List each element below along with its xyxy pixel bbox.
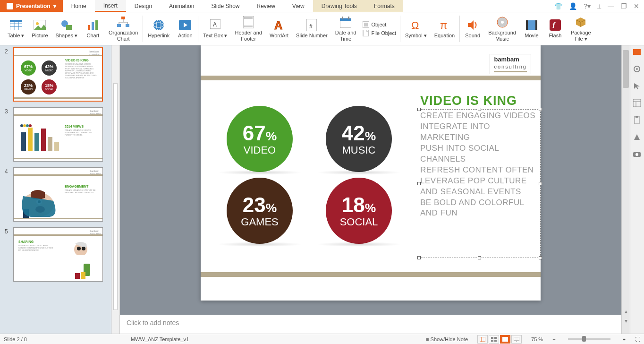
vertical-scrollbar[interactable]: ▴ ▾	[621, 45, 630, 334]
slide-thumb-5[interactable]: 5 bambamconsulting SHARING LOREM IPSUM D…	[5, 227, 110, 282]
svg-rect-39	[363, 30, 368, 36]
view-sorter-button[interactable]	[489, 335, 499, 344]
close-button[interactable]: ✕	[634, 2, 639, 10]
scrollbar-thumb[interactable]	[623, 50, 629, 88]
slide-text-box[interactable]: CREATE ENGAGING VIDEOS INTEGRATE INTO MA…	[419, 109, 541, 258]
slide-title[interactable]: VIDEO IS KING	[420, 94, 517, 108]
resize-handle[interactable]	[539, 182, 542, 185]
ribbon-symbol[interactable]: Ω Symbol ▾	[401, 13, 431, 44]
fit-button[interactable]: ⛶	[635, 336, 640, 342]
task-camera-icon[interactable]	[633, 150, 642, 159]
canvas-zone[interactable]: bambam consulting VIDEO IS KING	[120, 45, 621, 315]
ribbon-header-footer[interactable]: Header and Footer	[231, 13, 266, 44]
tab-animation[interactable]: Animation	[161, 0, 203, 12]
show-hide-note-button[interactable]: ≡ Show/Hide Note	[426, 336, 468, 342]
ribbon-slide-number[interactable]: # Slide Number	[292, 13, 331, 44]
ribbon-package-file[interactable]: Package File ▾	[567, 13, 595, 44]
stat-video[interactable]: 67% VIDEO	[227, 106, 293, 172]
shirt-icon[interactable]: 👕	[554, 2, 562, 10]
tab-insert[interactable]: Insert	[95, 0, 126, 12]
task-clipboard-icon[interactable]	[633, 116, 642, 125]
ribbon-action[interactable]: Action	[173, 13, 197, 44]
ribbon-background-music[interactable]: Background Music	[484, 13, 520, 44]
ribbon-table[interactable]: Table ▾	[4, 13, 28, 44]
ribbon-text-box[interactable]: A Text Box ▾	[199, 13, 231, 44]
svg-rect-83	[491, 340, 493, 342]
user-icon[interactable]: 👤	[569, 2, 577, 10]
svg-text:A: A	[213, 21, 217, 28]
stat-social[interactable]: 18% SOCIAL	[326, 178, 392, 244]
svg-point-7	[36, 22, 39, 25]
app-menu-button[interactable]: Presentation ▾	[0, 0, 63, 12]
task-new-icon[interactable]	[633, 48, 642, 57]
resize-handle[interactable]	[417, 256, 421, 259]
ribbon-org-chart[interactable]: Organization Chart	[105, 13, 142, 44]
slide-canvas[interactable]: bambam consulting VIDEO IS KING	[201, 45, 541, 301]
task-select-icon[interactable]	[633, 82, 642, 91]
zoom-slider-knob[interactable]	[582, 336, 586, 342]
ribbon-shapes[interactable]: Shapes ▾	[52, 13, 81, 44]
resize-handle[interactable]	[539, 108, 542, 111]
task-layout-icon[interactable]	[633, 99, 642, 108]
zoom-slider[interactable]	[568, 338, 610, 340]
tab-home[interactable]: Home	[63, 0, 95, 12]
slide-thumb-4[interactable]: 4 bambamconsulting ENGAGEMENT CREATE ENG…	[5, 167, 110, 222]
pin-icon[interactable]: ⟂	[597, 2, 601, 10]
minimize-button[interactable]: —	[608, 2, 614, 10]
slide-thumb-3[interactable]: 3 bambamconsulting 2014 VIEWS CREATE ENG…	[5, 107, 110, 162]
resize-handle[interactable]	[417, 108, 421, 111]
chart-icon	[86, 18, 100, 32]
view-slideshow-button[interactable]	[511, 335, 522, 344]
svg-rect-75	[636, 116, 638, 118]
ribbon-sound[interactable]: Sound	[461, 13, 484, 44]
slide-panel[interactable]: 2 bambamconsulting VIDEO IS KING CREATE …	[0, 45, 111, 334]
tab-view[interactable]: View	[284, 0, 313, 12]
resize-handle[interactable]	[478, 108, 481, 111]
header-footer-icon	[242, 16, 255, 29]
svg-rect-35	[342, 17, 343, 19]
ribbon-hyperlink[interactable]: Hyperlink	[144, 13, 173, 44]
svg-rect-36	[348, 17, 349, 19]
ribbon-date-time[interactable]: Date and Time	[331, 13, 360, 44]
resize-handle[interactable]	[539, 256, 542, 259]
resize-handle[interactable]	[417, 182, 421, 185]
slide-body-text[interactable]: CREATE ENGAGING VIDEOS INTEGRATE INTO MA…	[420, 111, 539, 219]
ribbon-picture[interactable]: Picture	[28, 13, 51, 44]
music-icon	[496, 16, 509, 29]
ribbon-flash[interactable]: f Flash	[543, 13, 567, 44]
ribbon-equation[interactable]: π Equation	[431, 13, 458, 44]
ribbon-chart[interactable]: Chart	[81, 13, 105, 44]
svg-rect-12	[95, 20, 98, 30]
help-icon[interactable]: ?▾	[584, 2, 591, 10]
stat-games[interactable]: 23% GAMES	[227, 178, 293, 244]
zoom-in-button[interactable]: +	[623, 336, 626, 342]
tab-formats[interactable]: Formats	[365, 0, 403, 12]
view-normal-button[interactable]	[477, 335, 488, 344]
svg-rect-10	[88, 25, 90, 30]
tab-design[interactable]: Design	[126, 0, 161, 12]
ribbon-file-object[interactable]: File Object	[363, 30, 396, 36]
svg-rect-86	[514, 337, 519, 341]
tab-drawing-tools[interactable]: Drawing Tools	[313, 0, 365, 12]
task-style-icon[interactable]	[633, 65, 642, 74]
stat-music[interactable]: 42% MUSIC	[326, 106, 392, 172]
resize-handle[interactable]	[478, 256, 481, 259]
svg-rect-34	[340, 18, 351, 21]
ribbon-wordart[interactable]: A WordArt	[266, 13, 292, 44]
tab-slide-show[interactable]: Slide Show	[203, 0, 248, 12]
restore-button[interactable]: ❐	[621, 2, 627, 10]
zoom-out-button[interactable]: −	[552, 336, 555, 342]
task-shape-icon[interactable]	[633, 133, 642, 142]
tab-review[interactable]: Review	[248, 0, 284, 12]
slide-thumb-2[interactable]: 2 bambamconsulting VIDEO IS KING CREATE …	[5, 47, 110, 102]
prev-slide-button[interactable]: ▴	[622, 308, 630, 315]
view-reading-button[interactable]	[500, 335, 510, 344]
svg-text:π: π	[440, 19, 447, 31]
next-slide-button[interactable]: ▾	[622, 318, 630, 324]
ribbon-object[interactable]: Object	[363, 21, 396, 28]
svg-rect-71	[633, 99, 641, 107]
zoom-value[interactable]: 75 %	[531, 336, 543, 342]
ribbon-movie[interactable]: Movie	[520, 13, 543, 44]
svg-rect-9	[66, 25, 72, 30]
notes-area[interactable]: Click to add notes	[120, 315, 621, 334]
